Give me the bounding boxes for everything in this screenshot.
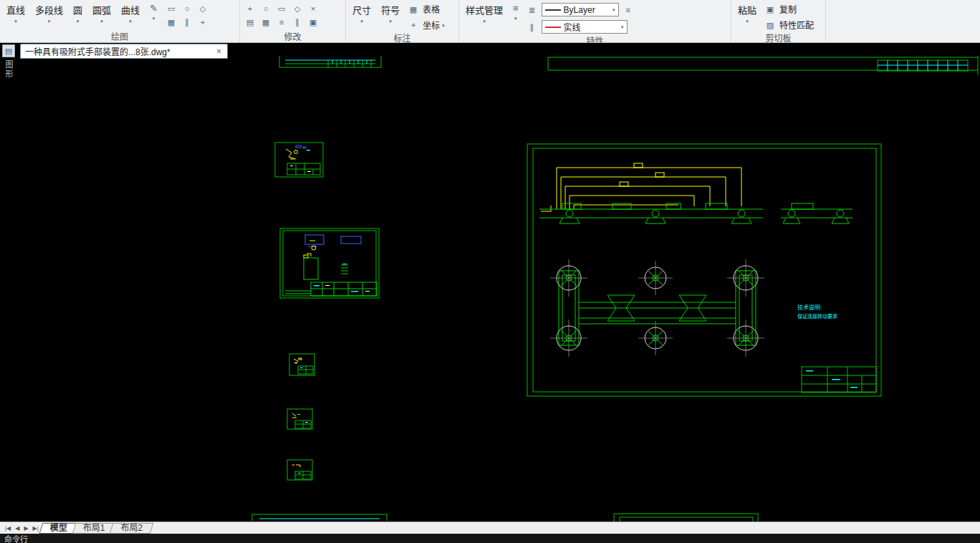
first-sheet-button[interactable]: |◀ (3, 525, 13, 532)
layers-icon[interactable]: ≣ (525, 4, 539, 16)
coordinate-icon: ⌖ (406, 19, 421, 31)
drawing-sheet-tiny-3[interactable] (287, 459, 313, 481)
close-icon[interactable]: × (215, 47, 223, 57)
paste-button[interactable]: 粘贴 ▾ (734, 0, 760, 24)
tab-layout1[interactable]: 布局1 (74, 523, 115, 534)
line-button[interactable]: 直线 ▾ (3, 0, 29, 24)
drawing-sheet-tiny-1[interactable] (289, 353, 315, 376)
draw-tool-icon[interactable]: ◇ (196, 3, 210, 14)
file-tab-title: 一种具有吸附式手部装置的...8张.dwg* (25, 45, 215, 57)
chevron-down-icon[interactable]: ▾ (389, 19, 392, 24)
tab-layout2[interactable]: 布局2 (111, 523, 152, 534)
modify-tool-icon[interactable]: × (306, 3, 320, 14)
layer-line-sample (545, 9, 561, 11)
front-view (550, 259, 764, 357)
linetype-combobox[interactable]: 实线 ▾ (542, 20, 628, 34)
chevron-down-icon: ▾ (612, 7, 615, 13)
table-icon: ▦ (406, 4, 421, 15)
tab-model[interactable]: 模型 (41, 523, 77, 534)
modify-tool-icon[interactable]: ≡ (274, 16, 289, 28)
modify-tool-icon[interactable]: ▭ (274, 3, 289, 14)
palette-icon[interactable]: ▤ (2, 44, 15, 57)
dimension-button[interactable]: 尺寸 ▾ (349, 0, 375, 24)
sheet-border (527, 144, 881, 396)
modify-tool-icon[interactable]: ▤ (243, 16, 257, 28)
tech-note: 技术说明: 保证连接转动要求 (797, 304, 837, 319)
draw-tool-icon[interactable]: ∥ (180, 16, 194, 28)
drawing-sheet-bottom-partial-2[interactable] (612, 512, 759, 522)
drawing-sheet-small-1[interactable] (274, 142, 324, 178)
modify-tool-icon[interactable]: ∥ (290, 16, 304, 28)
model-canvas[interactable]: ▤ 图形 一种具有吸附式手部装置的...8张.dwg* × (0, 43, 980, 522)
ribbon: 直线 ▾ 多段线 ▾ 圆 ▾ 圆弧 ▾ 曲线 ▾ (0, 0, 980, 43)
side-toolbar-label[interactable]: 图形 (3, 60, 14, 79)
sketch-button[interactable]: ✎ ▾ (146, 0, 161, 21)
linetype-icon[interactable]: ∥ (525, 21, 539, 33)
draw-tool-icon[interactable]: + (196, 16, 210, 28)
drawing-sheet-medium[interactable] (279, 228, 380, 299)
chevron-down-icon[interactable]: ▾ (360, 19, 363, 24)
drawing-sheet-topright-partial[interactable] (534, 56, 980, 75)
chevron-down-icon[interactable]: ▾ (48, 19, 51, 24)
list-icon: ≡ (513, 3, 519, 14)
style-list-button[interactable]: ≡ ▾ (509, 0, 522, 21)
command-line[interactable]: 命令行 (0, 534, 980, 543)
chevron-down-icon[interactable]: ▾ (129, 19, 132, 24)
chevron-down-icon[interactable]: ▾ (77, 19, 80, 24)
chevron-down-icon[interactable]: ▾ (14, 19, 17, 24)
circle-button[interactable]: 圆 ▾ (69, 0, 86, 24)
copy-button[interactable]: ▣ 复制 (763, 3, 814, 15)
ribbon-panel-properties: 样式管理 ▾ ≡ ▾ ≣ ByLayer ▾ ≡ (459, 0, 731, 42)
leader-cascade (541, 163, 741, 211)
chevron-down-icon[interactable]: ▾ (100, 19, 103, 24)
cad-app-window: 直线 ▾ 多段线 ▾ 圆 ▾ 圆弧 ▾ 曲线 ▾ (0, 0, 980, 543)
symbol-button[interactable]: 符号 ▾ (378, 0, 403, 24)
side-toolbar: ▤ 图形 (1, 44, 16, 79)
spline-button[interactable]: 曲线 ▾ (117, 0, 143, 24)
chevron-down-icon[interactable]: ▾ (746, 19, 749, 24)
ribbon-panel-modify: + ▤ ○ ▦ ▭ ≡ ◇ ∥ × ▣ 修改 (240, 0, 346, 42)
ribbon-panel-draw: 直线 ▾ 多段线 ▾ 圆 ▾ 圆弧 ▾ 曲线 ▾ (0, 0, 240, 42)
side-view (539, 203, 852, 224)
ribbon-panel-clipboard: 粘贴 ▾ ▣ 复制 ▨ 特性匹配 剪切板 (731, 0, 826, 42)
drawing-sheet-assembly[interactable]: 技术说明: 保证连接转动要求 (527, 143, 883, 398)
chevron-down-icon: ▾ (621, 24, 624, 30)
modify-tool-grid: + ▤ ○ ▦ ▭ ≡ ◇ ∥ × ▣ (243, 0, 320, 29)
file-tab[interactable]: 一种具有吸附式手部装置的...8张.dwg* × (20, 44, 228, 59)
draw-tool-grid: ▭ ▦ ○ ∥ ◇ + (164, 0, 210, 29)
ribbon-panel-annotate: 尺寸 ▾ 符号 ▾ ▦ 表格 ⌖ 坐标 ▾ (346, 0, 459, 42)
drawing-sheet-bottom-partial-1[interactable] (251, 514, 388, 521)
draw-tool-icon[interactable]: ○ (180, 3, 194, 14)
tech-note-title: 技术说明: (797, 304, 822, 311)
next-sheet-button[interactable]: ▶ (21, 525, 30, 532)
chevron-down-icon[interactable]: ▾ (514, 16, 517, 21)
modify-tool-icon[interactable]: ◇ (290, 3, 304, 14)
chevron-down-icon[interactable]: ▾ (442, 23, 445, 29)
chevron-down-icon[interactable]: ▾ (483, 19, 486, 24)
modify-tool-icon[interactable]: + (243, 3, 257, 14)
drawing-sheet-tiny-2[interactable] (287, 408, 313, 430)
last-sheet-button[interactable]: ▶| (31, 525, 41, 532)
chevron-down-icon[interactable]: ▾ (153, 16, 155, 21)
previous-sheet-button[interactable]: ◀ (13, 525, 21, 532)
match-properties-icon: ▨ (763, 19, 777, 31)
arc-button[interactable]: 圆弧 ▾ (89, 0, 115, 24)
draw-tool-icon[interactable]: ▦ (164, 16, 178, 28)
panel-label-draw: 绘图 (3, 29, 236, 44)
modify-tool-icon[interactable]: ▦ (259, 16, 273, 28)
modify-tool-icon[interactable]: ▣ (306, 16, 320, 28)
coordinate-button[interactable]: ⌖ 坐标 ▾ (406, 19, 445, 31)
layer-combobox[interactable]: ByLayer ▾ (542, 3, 619, 16)
style-manager-button[interactable]: 样式管理 ▾ (462, 0, 506, 24)
layer-tools-icon[interactable]: ≡ (621, 4, 635, 16)
draw-tool-icon[interactable]: ▭ (164, 3, 178, 14)
match-properties-button[interactable]: ▨ 特性匹配 (763, 19, 814, 31)
polyline-button[interactable]: 多段线 ▾ (32, 0, 67, 24)
table-button[interactable]: ▦ 表格 (406, 3, 445, 15)
ribbon-filler (826, 0, 980, 42)
modify-tool-icon[interactable]: ○ (259, 3, 273, 14)
command-prompt: 命令行 (4, 533, 28, 543)
copy-icon: ▣ (763, 4, 777, 15)
drawing-sheet-top-partial[interactable] (278, 56, 383, 69)
panel-label-modify: 修改 (243, 29, 342, 44)
